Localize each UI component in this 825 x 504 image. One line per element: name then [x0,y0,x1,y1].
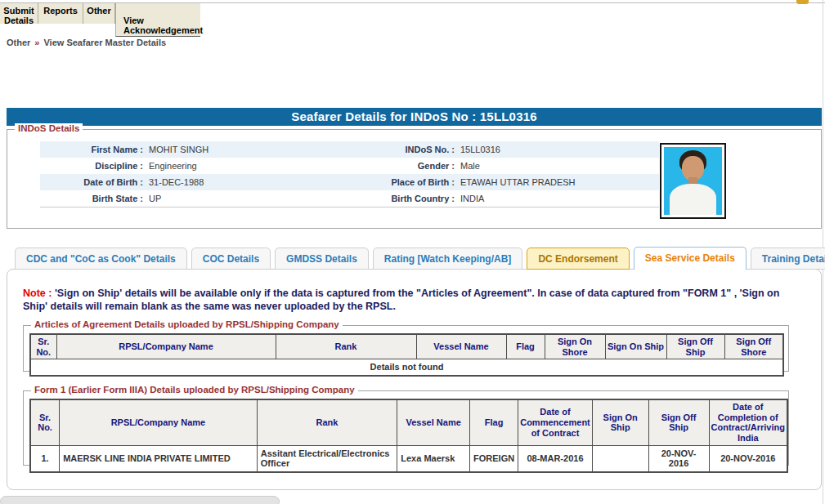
column-header: Sr. No. [30,399,60,445]
tab-gmdss-details[interactable]: GMDSS Details [275,248,369,270]
tab-sea-service-details[interactable]: Sea Service Details [634,247,747,270]
note-body: 'Sign on Ship' details will be available… [23,288,779,312]
note-prefix: Note : [23,288,52,299]
column-header: Sign Off Shore [724,334,783,359]
menu-item-submit-details[interactable]: Submit Details [0,3,38,24]
photo-shirt [670,184,716,215]
indos-detail-rows: First Name : MOHIT SINGH INDoS No. : 15L… [40,141,659,207]
indos-row: Discipline : Engineering Gender : Male [40,158,659,174]
table-header-row: Sr. No. RPSL/Company Name Rank Vessel Na… [30,399,787,445]
articles-legend: Articles of Agreement Details uploaded b… [31,319,343,329]
column-header: Rank [276,334,416,359]
indos-details-panel: INDoS Details First Name : MOHIT SINGH I… [7,129,822,229]
column-header: Sr. No. [30,334,56,359]
indos-row: Date of Birth : 31-DEC-1988 Place of Bir… [40,174,659,190]
field-value: 15LL0316 [460,145,659,154]
articles-table: Sr. No. RPSL/Company Name Rank Vessel Na… [29,333,784,377]
table-row: 1. MAERSK LINE INDIA PRIVATE LIMITED Ass… [30,445,787,472]
cell-company: MAERSK LINE INDIA PRIVATE LIMITED [60,445,258,472]
column-header: Vessel Name [416,334,506,359]
indos-row: First Name : MOHIT SINGH INDoS No. : 15L… [40,141,659,158]
form1-table: Sr. No. RPSL/Company Name Rank Vessel Na… [29,399,788,473]
cell-sr-no: 1. [30,445,60,472]
breadcrumb-current: View Seafarer Master Details [43,38,166,47]
photo-face [682,156,704,181]
menu-item-view-acknowledgement[interactable]: View Acknowledgement [115,3,200,37]
menu-item-reports[interactable]: Reports [38,3,83,24]
tab-cdc-coc-as-cook-details[interactable]: CDC and "CoC as Cook" Details [15,248,187,270]
field-label: Discipline : [40,161,149,171]
form1-panel: Form 1 (Earlier Form IIIA) Details uploa… [23,390,789,466]
menu-bar: Submit Details Reports Other [0,3,115,24]
cell-vessel: Lexa Maersk [397,445,470,472]
field-value: UP [149,194,352,203]
table-row: Details not found [30,359,783,376]
articles-of-agreement-panel: Articles of Agreement Details uploaded b… [23,325,789,372]
breadcrumb-separator: » [34,38,39,47]
field-value: INDIA [460,194,659,203]
tab-bar: CDC and "CoC as Cook" Details COC Detail… [15,247,825,270]
cell-sign-off-ship: 20-NOV-2016 [648,445,709,472]
horizontal-scrollbar[interactable] [0,496,280,504]
breadcrumb-root[interactable]: Other [7,38,30,47]
column-header: RPSL/Company Name [60,399,258,445]
field-label: Date of Birth : [40,177,149,187]
table-header-row: Sr. No. RPSL/Company Name Rank Vessel Na… [30,334,783,359]
column-header: Vessel Name [397,399,470,445]
column-header: Date of Completion of Contract/Arriving … [709,399,787,445]
column-header: Rank [257,399,397,445]
column-header: Sign Off Ship [666,334,724,359]
field-label: Gender : [352,161,460,171]
note-text: Note : 'Sign on Ship' details will be av… [23,287,803,314]
breadcrumb: Other»View Seafarer Master Details [7,38,166,47]
column-header: Flag [470,399,518,445]
toolbar-partial-icon [796,0,809,4]
field-label: Place of Birth : [352,177,460,187]
column-header: Flag [506,334,545,359]
cell-sign-on-ship [592,445,648,472]
page-title: Seafarer Details for INDoS No : 15LL0316 [7,108,822,126]
seafarer-photo [660,143,726,219]
field-value: Male [460,161,659,171]
form1-legend: Form 1 (Earlier Form IIIA) Details uploa… [31,385,358,395]
field-label: Birth State : [40,194,149,203]
cell-flag: FOREIGN [470,445,518,472]
column-header: Date of Commencement of Contract [518,399,593,445]
cell-completion-date: 20-NOV-2016 [709,445,787,472]
tab-coc-details[interactable]: COC Details [191,248,271,270]
field-label: INDoS No. : [352,145,460,154]
tab-rating-watch-keeping-ab[interactable]: Rating [Watch Keeping/AB] [373,248,523,270]
column-header: Sign On Ship [605,334,666,359]
indos-row: Birth State : UP Birth Country : INDIA [40,190,659,207]
field-label: First Name : [40,145,149,154]
tab-training-details[interactable]: Training Details [751,248,825,270]
column-header: RPSL/Company Name [56,334,276,359]
column-header: Sign Off Ship [648,399,709,445]
column-header: Sign On Shore [545,334,605,359]
field-value: 31-DEC-1988 [149,177,352,187]
seafarer-photo-image [664,147,722,215]
field-value: Engineering [149,161,352,171]
tab-dc-endorsement[interactable]: DC Endorsement [527,248,629,270]
empty-message: Details not found [30,359,783,376]
indos-details-legend: INDoS Details [15,123,83,133]
field-value: ETAWAH UTTAR PRADESH [460,177,659,187]
cell-commencement-date: 08-MAR-2016 [518,445,593,472]
column-header: Sign On Ship [592,399,648,445]
cell-rank: Assitant Electrical/Electronics Officer [257,445,397,472]
field-label: Birth Country : [352,194,460,203]
field-value: MOHIT SINGH [149,145,352,154]
menu-item-other[interactable]: Other [83,3,115,24]
